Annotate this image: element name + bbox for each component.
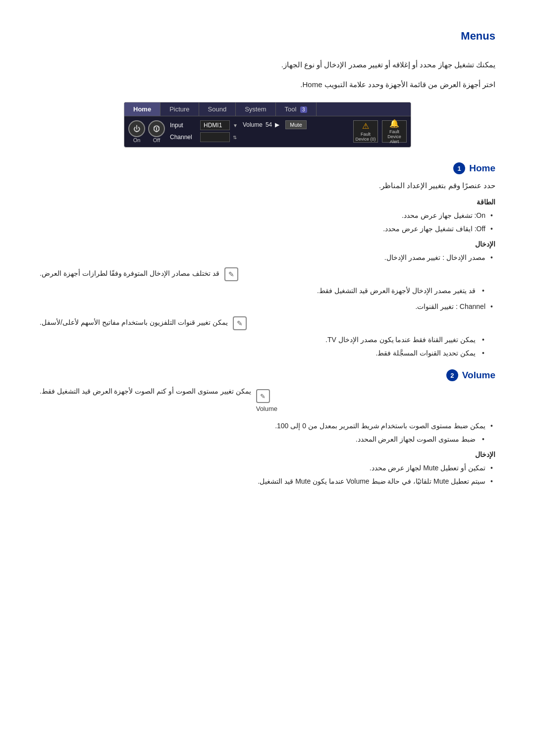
tab-tool[interactable]: Tool 3: [276, 102, 317, 116]
input-section-label-2: الإدخال: [40, 451, 495, 458]
channel-item-0: Channel : تغيير القنوات.: [40, 300, 495, 313]
input-controls: Input HDMI1 ▼ Channel ⇅: [170, 120, 238, 142]
on-desc-item: On: تشغيل جهاز عرض محدد.: [40, 209, 495, 222]
volume-section: Volume 54 ▶ Mute: [243, 120, 307, 129]
off-desc-item: Off: ايقاف تشغيل جهاز عرض محدد.: [40, 222, 495, 236]
note-text-2: يمكن تغيير قنوات التلفزيون باستخدام مفات…: [40, 316, 228, 329]
channel-bullet-list: Channel : تغيير القنوات.: [40, 300, 495, 313]
on-label: On: [133, 137, 141, 143]
input-bullet-list: مصدر الإدخال : تغيير مصدر الإدخال.: [40, 251, 495, 264]
home-badge: 1: [453, 162, 465, 174]
input-section-label: الإدخال: [40, 240, 495, 248]
volume-item-1: ضبط مستوى الصوت لجهاز العرض المحدد.: [40, 433, 495, 446]
home-title: Home: [469, 163, 495, 174]
tab-home[interactable]: Home: [124, 102, 160, 116]
fault-device-0-icon: ⚠ Fault Device (0): [353, 120, 378, 143]
tab-system[interactable]: System: [236, 102, 275, 116]
page-title: Menus: [40, 30, 495, 43]
mute-item-1: سيتم تعطيل Mute تلقائيًا، في حالة ضبط Vo…: [40, 475, 495, 488]
channel-field-label: Channel: [170, 134, 197, 141]
volume-title: Volume: [462, 370, 495, 381]
channel-row: Channel ⇅: [170, 132, 238, 142]
fault-device-alert-label: Fault Device Alert: [382, 129, 406, 144]
volume-note-icon: ✎: [256, 389, 270, 403]
tab-sound[interactable]: Sound: [199, 102, 236, 116]
note-row-1: ✎ قد تختلف مصادر الإدخال المتوفرة وفقًا …: [40, 267, 495, 281]
volume-badge: 2: [446, 369, 458, 381]
intro-text-1: يمكنك تشغيل جهاز محدد أو إغلاقه أو تغيير…: [40, 57, 495, 72]
menu-tabs-bar: Home Picture Sound System Tool 3: [124, 102, 411, 116]
power-section-label: الطاقة: [40, 198, 495, 206]
input-row: Input HDMI1 ▼: [170, 120, 238, 130]
input-dropdown-arrow: ▼: [233, 123, 238, 128]
tab-picture[interactable]: Picture: [160, 102, 199, 116]
note-text-1: قد تختلف مصادر الإدخال المتوفرة وفقًا لط…: [40, 267, 219, 280]
on-off-pair: ⏻ On ⏼ Off: [128, 120, 165, 143]
intro-text-2: اختر أجهزة العرض من قائمة الأجهزة وحدد ع…: [40, 77, 495, 92]
volume-bar-label: Volume: [243, 121, 263, 128]
home-section-heading: 1 Home: [40, 162, 495, 174]
volume-bullet-list: يمكن ضبط مستوى الصوت باستخدام شريط التمر…: [40, 419, 495, 446]
off-icon[interactable]: ⏼: [148, 120, 165, 137]
mute-button[interactable]: Mute: [285, 120, 306, 129]
alert-icon: 🔔: [389, 119, 399, 128]
menu-ui-screenshot: Home Picture Sound System Tool 3 ⏻ On: [124, 102, 411, 148]
volume-icon-label-block: ✎ Volume: [256, 389, 277, 412]
input-bullet-list-2: قد يتغير مصدر الإدخال لأجهزة العرض قيد ا…: [40, 284, 495, 298]
mute-bullet-list: تمكين أو تعطيل Mute لجهاز عرض محدد. سيتم…: [40, 461, 495, 488]
volume-value[interactable]: 54: [266, 121, 272, 128]
volume-section-heading: 2 Volume: [40, 369, 495, 381]
volume-arrow: ▶: [275, 121, 279, 128]
channel-bullet-list-2: يمكن تغيير القناة فقط عندما يكون مصدر ال…: [40, 333, 495, 359]
menu-content-area: ⏻ On ⏼ Off Input HDMI1 ▼ Channel ⇅: [124, 116, 411, 147]
note-row-2: ✎ يمكن تغيير قنوات التلفزيون باستخدام مف…: [40, 316, 495, 330]
channel-field-value[interactable]: [200, 132, 230, 142]
input-field-value[interactable]: HDMI1: [200, 120, 230, 130]
input-item-0: مصدر الإدخال : تغيير مصدر الإدخال.: [40, 251, 495, 264]
mute-item-0: تمكين أو تعطيل Mute لجهاز عرض محدد.: [40, 461, 495, 475]
input-field-label: Input: [170, 122, 197, 129]
warning-triangle-icon: ⚠: [362, 121, 369, 131]
on-icon[interactable]: ⏻: [128, 120, 145, 137]
tab-number-3: 3: [300, 106, 307, 113]
off-icon-col: ⏼ Off: [148, 120, 165, 143]
fault-icons: ⚠ Fault Device (0) 🔔 Fault Device Alert: [353, 120, 407, 143]
fault-device-0-label: Fault Device (0): [354, 132, 377, 142]
home-desc: حدد عنصرًا وقم بتغيير الإعداد المناظر.: [40, 178, 495, 193]
off-label: Off: [153, 137, 160, 143]
channel-item-1: يمكن تغيير القناة فقط عندما يكون مصدر ال…: [40, 333, 495, 347]
channel-item-2: يمكن تحديد القنوات المسجَّلة فقط.: [40, 347, 495, 360]
volume-item-0: يمكن ضبط مستوى الصوت باستخدام شريط التمر…: [40, 419, 495, 433]
on-icon-col: ⏻ On: [128, 120, 145, 143]
fault-device-alert-icon: 🔔 Fault Device Alert: [382, 120, 407, 143]
volume-word-label: Volume: [256, 405, 277, 412]
channel-stepper: ⇅: [233, 135, 237, 140]
volume-note-text: يمكن تغيير مستوى الصوت أو كتم الصوت لأجه…: [40, 385, 251, 398]
input-item-2: قد يتغير مصدر الإدخال لأجهزة العرض قيد ا…: [40, 284, 495, 298]
note-icon-1: ✎: [224, 267, 238, 281]
power-bullet-list: On: تشغيل جهاز عرض محدد. Off: ايقاف تشغي…: [40, 209, 495, 235]
note-icon-2: ✎: [233, 316, 247, 330]
volume-note-row: ✎ Volume يمكن تغيير مستوى الصوت أو كتم ا…: [40, 385, 495, 416]
power-icons: ⏻ On ⏼ Off: [128, 120, 165, 143]
